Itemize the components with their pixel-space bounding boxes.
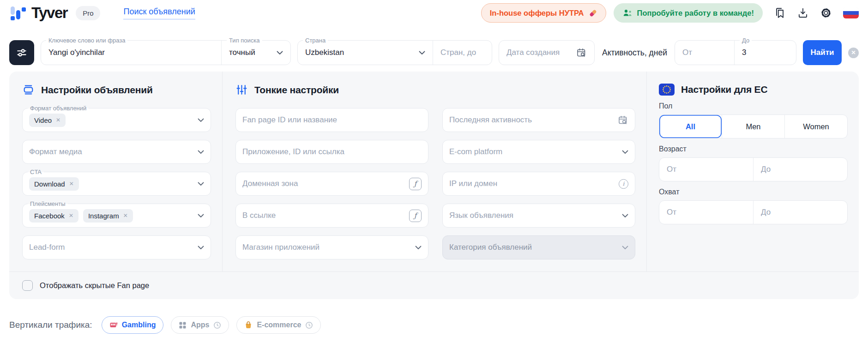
ip-domain-input[interactable] [449, 179, 614, 188]
age-from-field[interactable] [659, 158, 753, 181]
ecom-platform-select[interactable]: E-com platform [442, 140, 635, 164]
brand-logo-icon [9, 4, 26, 22]
chevron-down-icon [192, 118, 204, 122]
app-input[interactable] [242, 147, 422, 156]
chip-facebook[interactable]: Facebook ✕ [29, 209, 78, 223]
countries-to-input[interactable] [440, 48, 484, 57]
chip-download[interactable]: Download ✕ [29, 177, 79, 191]
reach-from-field[interactable] [659, 201, 753, 224]
chevron-down-icon [192, 246, 204, 250]
in-link-field[interactable]: ƒ [235, 204, 428, 228]
chip-video[interactable]: Video ✕ [29, 114, 66, 127]
eu-settings-column: Настройки для ЕС Пол All Men Women Возра… [647, 72, 859, 271]
vertical-chip-ecommerce[interactable]: E-commerce [236, 316, 321, 334]
inhouse-offers-button[interactable]: In-house офферы НУТРА [481, 3, 606, 23]
fine-settings-title: Тонкие настройки [254, 84, 339, 96]
function-icon[interactable]: ƒ [409, 210, 422, 222]
chip-instagram[interactable]: Instagram ✕ [83, 209, 133, 223]
team-button[interactable]: Попробуйте работу в команде! [614, 3, 763, 23]
reach-from-input[interactable] [667, 208, 746, 217]
bookmarks-icon[interactable] [774, 7, 786, 19]
chevron-down-icon [413, 51, 425, 55]
function-icon[interactable]: ƒ [409, 178, 422, 190]
gender-option-men[interactable]: Men [722, 115, 784, 138]
download-icon[interactable] [797, 7, 809, 19]
creation-date-field[interactable] [499, 40, 595, 65]
verticals-label: Вертикали трафика: [9, 320, 92, 330]
chip-remove-icon[interactable]: ✕ [69, 212, 73, 219]
coming-soon-clock-icon [213, 321, 221, 329]
keyword-input[interactable] [48, 48, 214, 57]
age-from-input[interactable] [667, 165, 746, 174]
filters-panel: Настройки объявлений Формат объявлений V… [9, 72, 859, 299]
fanpage-input[interactable] [242, 115, 422, 125]
age-to-input[interactable] [761, 165, 840, 174]
nav-link-ads-search[interactable]: Поиск объявлений [123, 7, 195, 19]
media-format-select[interactable]: Формат медиа [22, 140, 211, 164]
shopping-bag-icon [244, 321, 253, 329]
chip-remove-icon[interactable]: ✕ [123, 212, 128, 219]
gender-segmented-control: All Men Women [659, 114, 848, 138]
search-type-select[interactable]: Тип поиска точный [221, 41, 290, 65]
ad-format-select[interactable]: Формат объявлений Video ✕ [22, 108, 211, 132]
domain-zone-input[interactable] [242, 179, 404, 188]
keyword-field[interactable]: Ключевое слово или фраза [41, 41, 221, 65]
search-submit-button[interactable]: Найти [803, 40, 842, 65]
hidden-fanpage-checkbox[interactable] [22, 280, 33, 291]
apps-grid-icon [179, 321, 187, 329]
placements-select[interactable]: Плейсменты Facebook ✕ Instagram ✕ [22, 204, 211, 228]
brand[interactable]: Tyver Pro [9, 4, 100, 22]
leadform-placeholder: Lead-form [29, 243, 65, 252]
cta-select[interactable]: CTA Download ✕ [22, 172, 211, 196]
activity-from-field[interactable] [675, 41, 734, 65]
gender-option-women[interactable]: Women [784, 115, 847, 138]
chip-remove-icon[interactable]: ✕ [69, 181, 74, 187]
vertical-chip-gambling[interactable]: Gambling [102, 316, 164, 334]
last-activity-input[interactable] [449, 115, 613, 125]
activity-to-field[interactable]: До [734, 41, 796, 65]
last-activity-field[interactable] [442, 108, 635, 132]
country-group: Страна Uzbekistan [297, 40, 492, 65]
in-link-input[interactable] [242, 211, 404, 220]
country-value: Uzbekistan [305, 48, 344, 57]
calendar-search-icon[interactable] [576, 48, 587, 58]
reach-to-input[interactable] [761, 208, 840, 217]
country-select[interactable]: Страна Uzbekistan [298, 41, 433, 65]
cta-label: CTA [28, 168, 44, 176]
close-filters-icon[interactable]: ✕ [848, 48, 859, 58]
ad-language-select[interactable]: Язык объявления [442, 204, 635, 228]
domain-zone-field[interactable]: ƒ [235, 172, 428, 196]
creation-date-input[interactable] [506, 48, 576, 57]
vertical-chip-label: Gambling [122, 321, 156, 329]
language-flag-russia[interactable] [843, 7, 859, 18]
age-label: Возраст [659, 145, 848, 153]
app-field[interactable] [235, 140, 428, 164]
ip-domain-field[interactable]: i [442, 172, 635, 196]
settings-gear-icon[interactable] [820, 7, 832, 19]
activity-days-label: Активность, дней [601, 40, 668, 65]
vertical-chip-label: E-commerce [257, 321, 301, 329]
reach-label: Охват [659, 188, 848, 196]
activity-to-label: До [740, 37, 752, 44]
traffic-verticals: Вертикали трафика: Gambling Apps [0, 316, 868, 334]
age-to-field[interactable] [753, 158, 847, 181]
vertical-chip-apps[interactable]: Apps [171, 316, 229, 334]
chevron-down-icon [271, 51, 283, 55]
plan-badge: Pro [76, 6, 100, 20]
chevron-down-icon [192, 150, 204, 154]
vertical-chip-label: Apps [191, 321, 209, 329]
activity-range-group: До [675, 40, 796, 65]
leadform-select[interactable]: Lead-form [22, 235, 211, 259]
search-type-label: Тип поиска [227, 37, 262, 44]
activity-to-input[interactable] [742, 48, 789, 57]
activity-from-input[interactable] [682, 48, 727, 57]
countries-to-field[interactable] [433, 41, 492, 65]
chip-remove-icon[interactable]: ✕ [56, 117, 60, 123]
fanpage-field[interactable] [235, 108, 428, 132]
app-store-select[interactable]: Магазин приложений [235, 235, 428, 259]
ads-settings-title: Настройки объявлений [41, 84, 153, 96]
gender-option-all[interactable]: All [659, 115, 722, 138]
reach-to-field[interactable] [753, 201, 847, 224]
filters-toggle-button[interactable] [9, 40, 34, 65]
calendar-search-icon[interactable] [618, 115, 628, 126]
